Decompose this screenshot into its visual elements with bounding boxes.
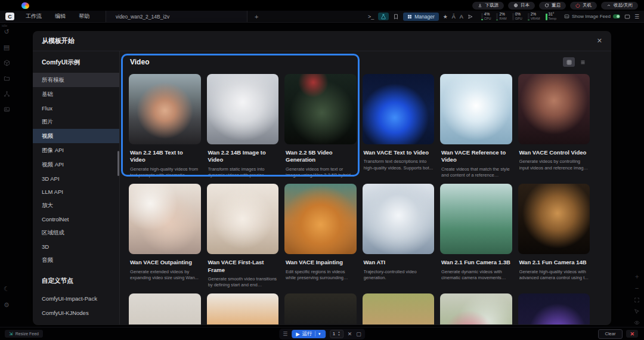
sidebar-category-item[interactable]: 图片 [33,115,119,129]
sidebar-category-item[interactable]: Flux [33,101,119,115]
hamburger-menu-icon[interactable]: ☰ [634,14,639,20]
grid-view-icon [566,60,572,65]
grid-view-button[interactable] [563,57,575,67]
template-card[interactable] [207,293,279,324]
sidebar-category-item[interactable]: 3D API [33,172,119,185]
template-thumbnail[interactable] [518,293,590,324]
template-description: Trajectory-controlled video generation. [364,269,434,282]
sidebar-category-item[interactable]: ComfyUI-Impact-Pack [33,291,119,305]
sidebar-category-item[interactable]: 所有模板 [33,73,119,87]
resize-feed-button[interactable]: ⇲ Resize Feed [5,330,43,338]
beta-flask-icon[interactable] [378,13,389,20]
close-feed-button[interactable]: ✕ [626,330,638,338]
download-source-button[interactable]: 下载源 [472,2,504,10]
panel-icon[interactable] [624,14,630,20]
list-view-button[interactable] [577,57,589,67]
language-japan-button[interactable]: 日本 [508,2,535,10]
shutdown-button[interactable]: 关机 [570,2,597,10]
show-image-feed-toggle[interactable]: Show Image Feed [564,14,620,19]
menu-help[interactable]: 帮助 [72,13,96,20]
template-card[interactable] [518,293,590,324]
template-thumbnail[interactable] [363,293,435,324]
batch-count-stepper[interactable]: 1 ▲▼ [330,330,343,338]
manager-button[interactable]: Manager [403,13,439,21]
image-feed-switch[interactable] [613,14,620,18]
comfyui-logo-button[interactable]: C [5,13,14,20]
template-title: Wan 2.2 5B Video Generation [286,149,355,164]
sidebar-category-item[interactable]: 音频 [33,253,119,267]
template-card[interactable]: Wan VACE Inpainting Edit specific region… [284,184,357,288]
template-title: Wan ATI [364,259,434,266]
template-card[interactable]: Wan 2.2 5B Video Generation Generate vid… [284,74,357,178]
template-sidebar: ComfyUI示例 所有模板基础Flux图片视频图像 API视频 API3D A… [33,51,120,324]
template-card[interactable]: Wan ATI Trajectory-controlled video gene… [363,184,435,288]
queue-menu-icon[interactable]: ☰ [283,331,287,337]
manager-label: Manager [414,14,435,20]
sidebar-category-item[interactable]: ComfyUI-SUPIR [33,320,119,325]
template-description: Transform static images into dynamic vid… [208,166,278,179]
collapse-close-button[interactable]: 收起/关闭 [601,2,638,10]
template-card[interactable]: Wan VACE Control Video Generate videos b… [518,74,590,178]
share-icon[interactable] [467,14,473,20]
star-icon[interactable]: ★ [443,14,448,20]
cancel-run-icon[interactable]: ✕ [348,331,352,337]
template-thumbnail[interactable] [207,293,279,324]
template-card[interactable]: Wan VACE Text to Video Transform text de… [363,74,435,178]
template-card[interactable]: Wan 2.2 14B Image to Video Transform sta… [207,74,279,178]
template-card[interactable] [129,293,201,324]
template-thumbnail[interactable] [129,184,201,254]
font-a-icon[interactable]: Â [452,14,456,20]
template-thumbnail[interactable] [207,74,279,144]
sidebar-category-item[interactable]: 放大 [33,198,119,212]
sidebar-category-item[interactable]: 图像 API [33,143,119,157]
stop-icon[interactable]: ▢ [356,331,361,337]
modal-header: 从模板开始 ✕ [33,31,611,51]
terminal-icon[interactable]: >_ [368,14,374,20]
monitor-bar [496,13,498,20]
view-toggles [563,57,589,67]
sidebar-category-item[interactable]: 视频 [33,129,119,143]
template-card[interactable] [284,293,357,324]
template-thumbnail[interactable] [440,293,512,324]
sidebar-category-item[interactable]: 视频 API [33,157,119,172]
sidebar-category-item[interactable]: ComfyUI-KJNodes [33,305,119,320]
template-thumbnail[interactable] [129,74,201,144]
template-card[interactable]: Wan VACE First-Last Frame Generate smoot… [207,184,279,288]
run-dropdown-icon[interactable]: ▼ [318,332,321,336]
template-thumbnail[interactable] [284,74,357,144]
template-thumbnail[interactable] [518,184,590,254]
template-thumbnail[interactable] [284,293,357,324]
close-icon[interactable]: ✕ [597,37,602,45]
run-button[interactable]: ▶ 运行 ▼ [292,330,326,338]
template-thumbnail[interactable] [284,184,357,254]
template-card[interactable]: Wan 2.1 Fun Camera 1.3B Generate dynamic… [440,184,512,288]
template-card[interactable]: Wan 2.2 14B Text to Video Generate high-… [129,74,201,178]
sidebar-category-item[interactable]: 基础 [33,87,119,101]
template-thumbnail[interactable] [440,74,512,144]
stepper-arrows-icon[interactable]: ▲▼ [338,331,340,337]
clear-button[interactable]: Clear [598,329,623,339]
text-a-icon[interactable]: A [460,14,463,20]
sidebar-category-item[interactable]: 3D [33,240,119,253]
template-card[interactable]: Wan VACE Outpainting Generate extended v… [129,184,201,288]
restart-button[interactable]: 重启 [539,2,566,10]
template-card[interactable] [440,293,512,324]
template-thumbnail[interactable] [129,293,201,324]
sidebar-category-item[interactable]: ControlNet [33,212,119,225]
menu-edit[interactable]: 编辑 [48,13,72,20]
sidebar-category-item[interactable]: 区域组成 [33,225,119,240]
template-card[interactable]: Wan VACE Reference to Video Create video… [440,74,512,178]
template-thumbnail[interactable] [363,184,435,254]
template-card[interactable] [363,293,435,324]
workflow-tab[interactable]: video_wan2_2_14B_i2v [106,11,247,22]
sidebar-category-item[interactable]: LLM API [33,185,119,198]
template-thumbnail[interactable] [207,184,279,254]
new-workflow-tab-button[interactable]: + [255,13,258,20]
template-card[interactable]: Wan 2.1 Fun Camera 14B Generate high-qua… [518,184,590,288]
template-thumbnail[interactable] [518,74,590,144]
sidebar-scrollbar[interactable] [117,151,119,176]
template-thumbnail[interactable] [440,184,512,254]
menu-workflow[interactable]: 工作流 [19,13,48,20]
template-thumbnail[interactable] [363,74,435,144]
bookmark-icon[interactable] [393,14,399,20]
